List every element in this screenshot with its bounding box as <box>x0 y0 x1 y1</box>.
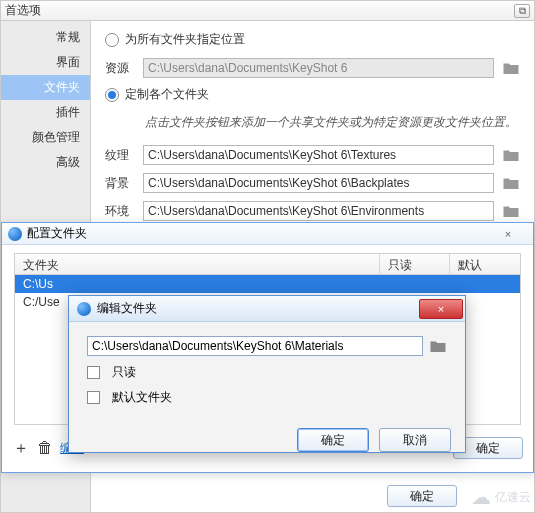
edit-cancel-button[interactable]: 取消 <box>379 428 451 452</box>
add-icon[interactable]: ＋ <box>12 439 30 457</box>
default-checkbox[interactable] <box>87 391 100 404</box>
trash-icon[interactable]: 🗑 <box>36 439 54 457</box>
radio-all-folders[interactable] <box>105 33 119 47</box>
texture-label: 纹理 <box>105 147 135 164</box>
edit-folder-dialog: 编辑文件夹 × 只读 默认文件夹 确定 取消 <box>68 295 466 453</box>
sidebar-item-folders[interactable]: 文件夹 <box>1 75 90 100</box>
readonly-label: 只读 <box>112 364 136 381</box>
close-icon[interactable]: × <box>419 299 463 319</box>
col-readonly[interactable]: 只读 <box>380 254 450 274</box>
list-item[interactable]: C:\Us <box>15 275 520 293</box>
folder-icon[interactable] <box>502 60 520 76</box>
readonly-checkbox[interactable] <box>87 366 100 379</box>
folder-icon[interactable] <box>502 175 520 191</box>
default-label: 默认文件夹 <box>112 389 172 406</box>
resource-label: 资源 <box>105 60 135 77</box>
sidebar-item-general[interactable]: 常规 <box>1 25 90 50</box>
background-label: 背景 <box>105 175 135 192</box>
texture-path[interactable] <box>143 145 494 165</box>
edit-title: 编辑文件夹 <box>97 300 157 317</box>
config-title-bar: 配置文件夹 × <box>2 223 533 245</box>
page-ok-button[interactable]: 确定 <box>387 485 457 507</box>
app-icon <box>8 227 22 241</box>
radio-custom-folders[interactable] <box>105 88 119 102</box>
sidebar-item-color[interactable]: 颜色管理 <box>1 125 90 150</box>
pref-title: 首选项 <box>5 2 41 19</box>
config-close-icon[interactable]: × <box>489 226 527 242</box>
edit-path-input[interactable] <box>87 336 423 356</box>
edit-title-bar[interactable]: 编辑文件夹 × <box>69 296 465 322</box>
config-title: 配置文件夹 <box>27 225 87 242</box>
col-folder[interactable]: 文件夹 <box>15 254 380 274</box>
folder-icon[interactable] <box>429 338 447 354</box>
custom-hint: 点击文件夹按钮来添加一个共享文件夹或为特定资源更改文件夹位置。 <box>145 113 520 131</box>
app-icon <box>77 302 91 316</box>
pref-close-icon[interactable]: ⧉ <box>514 4 530 18</box>
folder-icon[interactable] <box>502 203 520 219</box>
background-path[interactable] <box>143 173 494 193</box>
resource-path <box>143 58 494 78</box>
env-path[interactable] <box>143 201 494 221</box>
folder-icon[interactable] <box>502 147 520 163</box>
radio-custom-label: 定制各个文件夹 <box>125 86 209 103</box>
pref-title-bar: 首选项 ⧉ <box>1 1 534 21</box>
edit-ok-button[interactable]: 确定 <box>297 428 369 452</box>
env-label: 环境 <box>105 203 135 220</box>
sidebar-item-advanced[interactable]: 高级 <box>1 150 90 175</box>
sidebar-item-interface[interactable]: 界面 <box>1 50 90 75</box>
folder-list-header: 文件夹 只读 默认 <box>14 253 521 275</box>
col-default[interactable]: 默认 <box>450 254 520 274</box>
radio-all-label: 为所有文件夹指定位置 <box>125 31 245 48</box>
sidebar-item-plugins[interactable]: 插件 <box>1 100 90 125</box>
